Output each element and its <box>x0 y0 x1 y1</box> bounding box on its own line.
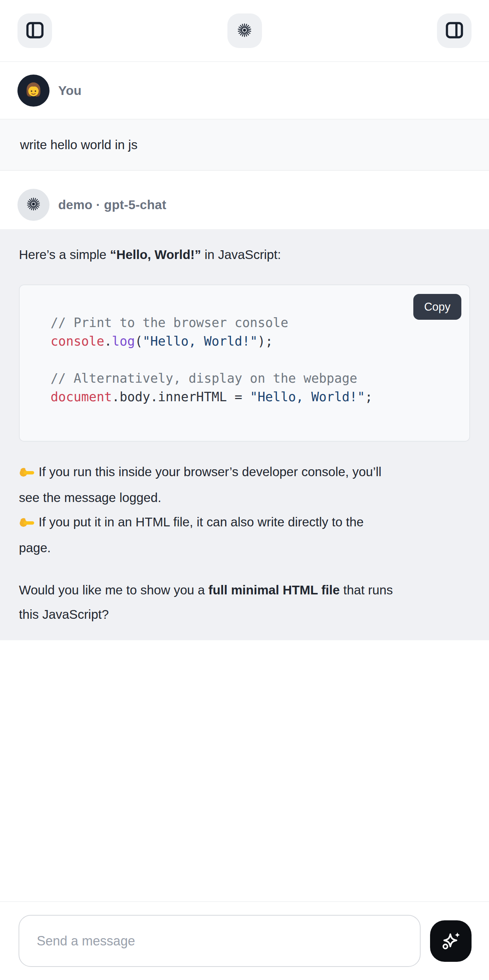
panel-right-icon <box>445 21 464 41</box>
send-button[interactable] <box>430 920 471 962</box>
tips-paragraph: If you run this inside your browser’s de… <box>19 460 470 560</box>
composer-bar <box>0 901 489 980</box>
pointing-right-icon <box>19 461 35 485</box>
assistant-intro-paragraph: Here’s a simple “Hello, World!” in JavaS… <box>19 242 470 267</box>
code-line: // Print to the browser console <box>51 313 455 332</box>
outro-text: Would you like me to show you a <box>19 583 209 597</box>
code-line: // Alternatively, display on the webpage <box>51 369 455 388</box>
toggle-right-sidebar-button[interactable] <box>437 13 471 48</box>
user-message: write hello world in js <box>0 119 489 170</box>
outro-bold-text: full minimal HTML file <box>209 583 340 597</box>
person-emoji-icon <box>22 78 45 103</box>
code-line: document.body.innerHTML = "Hello, World!… <box>51 388 455 406</box>
top-bar <box>0 0 489 62</box>
intro-text-after: in JavaScript: <box>201 247 281 262</box>
sparkles-icon <box>440 929 462 953</box>
model-logo-button[interactable] <box>228 13 262 48</box>
tip-line: If you run this inside your browser’s de… <box>19 460 470 510</box>
tip-line: If you put it in an HTML file, it can al… <box>19 510 470 560</box>
intro-bold-text: “Hello, World!” <box>110 247 201 262</box>
tip-text: If you put it in an HTML file, it can al… <box>19 515 364 555</box>
intro-text: Here’s a simple <box>19 247 110 262</box>
starburst-icon <box>26 196 41 213</box>
assistant-turn-header: demo · gpt-5-chat <box>0 170 489 229</box>
assistant-outro-paragraph: Would you like me to show you a full min… <box>19 578 470 627</box>
user-avatar <box>18 75 49 107</box>
panel-left-icon <box>25 21 45 41</box>
code-line-blank <box>51 351 455 369</box>
user-turn-header: You <box>0 62 489 119</box>
assistant-turn-name: demo · gpt-5-chat <box>58 197 166 212</box>
conversation-area: You write hello world in js <box>0 62 489 901</box>
code-line: console.log("Hello, World!"); <box>51 332 455 351</box>
message-input[interactable] <box>19 915 421 967</box>
assistant-avatar <box>18 189 49 221</box>
starburst-icon <box>236 22 253 39</box>
toggle-left-sidebar-button[interactable] <box>18 13 52 48</box>
copy-button[interactable]: Copy <box>413 294 461 320</box>
pointing-right-icon <box>19 511 35 536</box>
code-content: // Print to the browser console console.… <box>20 285 469 441</box>
tip-text: If you run this inside your browser’s de… <box>19 465 381 504</box>
assistant-message: Here’s a simple “Hello, World!” in JavaS… <box>0 229 489 640</box>
user-turn-name: You <box>58 83 81 98</box>
chat-app: You write hello world in js <box>0 0 489 980</box>
code-block: Copy // Print to the browser console con… <box>19 285 470 442</box>
user-message-text: write hello world in js <box>20 137 137 152</box>
